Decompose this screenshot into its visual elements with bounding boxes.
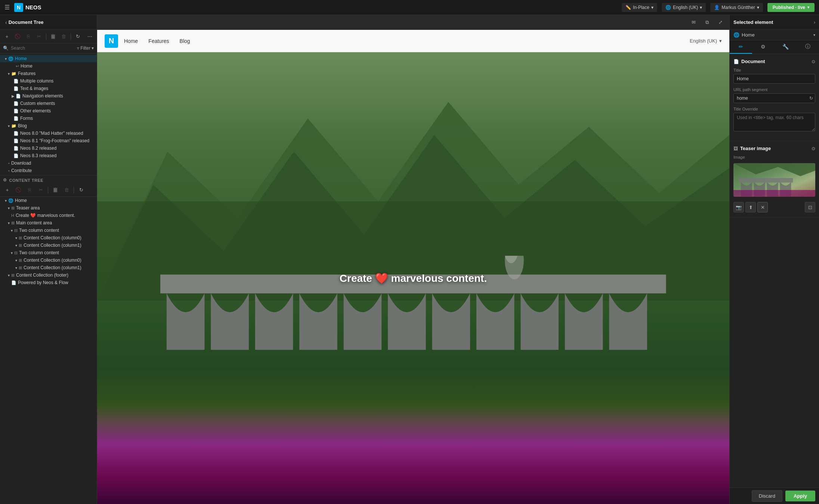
collapse-doc-tree-icon[interactable]: ‹ bbox=[5, 19, 7, 25]
title-field-input[interactable] bbox=[733, 74, 815, 84]
ct-item-create[interactable]: H Create ❤️ marvelous content. bbox=[0, 212, 97, 219]
ct-doc-icon: 📄 bbox=[11, 280, 16, 285]
more-options-button[interactable]: ⋯ bbox=[85, 32, 95, 41]
ct-toggle-col1-2[interactable]: ▾ bbox=[13, 266, 19, 270]
copy-node-button[interactable]: ⎘ bbox=[24, 32, 33, 41]
hide-node-button[interactable]: 🚫 bbox=[13, 32, 22, 41]
tree-item-home-child[interactable]: ↩ Home bbox=[0, 62, 97, 70]
reload-content-button[interactable]: ↻ bbox=[76, 185, 86, 195]
tree-item-other-label: Other elements bbox=[20, 108, 51, 113]
content-tree-header[interactable]: ⚙ Content Tree bbox=[0, 175, 97, 183]
reload-tree-button[interactable]: ↻ bbox=[73, 32, 83, 41]
tree-item-forms[interactable]: 📄 Forms bbox=[0, 115, 97, 122]
cut-node-button[interactable]: ✂ bbox=[34, 32, 44, 41]
hide-content-button[interactable]: 🚫 bbox=[13, 185, 23, 195]
tree-item-blog[interactable]: ▾ 📁 Blog bbox=[0, 122, 97, 130]
tree-item-contribute[interactable]: ▪ Contribute bbox=[0, 167, 97, 174]
tree-item-other-elements[interactable]: 📄 Other elements bbox=[0, 107, 97, 115]
ct-item-col0-2[interactable]: ▾ ⊞ Content Collection (column0) bbox=[0, 256, 97, 264]
cut-content-button[interactable]: ✂ bbox=[36, 185, 46, 195]
ct-toggle-col1-1[interactable]: ▾ bbox=[13, 243, 19, 248]
toggle-home[interactable]: ▾ bbox=[3, 57, 8, 61]
ct-toggle-twocol1[interactable]: ▾ bbox=[9, 228, 14, 233]
ct-toggle-teaser[interactable]: ▾ bbox=[6, 206, 11, 210]
upload-image-button[interactable]: 📷 bbox=[733, 202, 744, 212]
tab-settings[interactable]: ⚙ bbox=[752, 40, 775, 54]
envelope-icon[interactable]: ✉ bbox=[688, 17, 699, 28]
tab-config[interactable]: 🔧 bbox=[775, 40, 797, 54]
tab-info[interactable]: ⓘ bbox=[797, 40, 819, 54]
title-override-textarea[interactable] bbox=[733, 113, 815, 131]
add-content-button[interactable]: ＋ bbox=[2, 185, 12, 195]
home-selector[interactable]: 🌐 Home ▾ bbox=[730, 30, 819, 40]
toggle-nav[interactable]: ▶ bbox=[10, 94, 16, 98]
ct-item-footer[interactable]: ▾ ⊞ Content Collection (footer) bbox=[0, 271, 97, 279]
delete-content-button[interactable]: 🗑 bbox=[62, 185, 71, 195]
ct-toggle-home[interactable]: ▾ bbox=[3, 199, 8, 203]
title-override-field-group: Title Override bbox=[733, 107, 815, 133]
preview-nav-features[interactable]: Features bbox=[148, 38, 169, 44]
ct-toggle-footer[interactable]: ▾ bbox=[6, 273, 11, 277]
tree-item-blog-2[interactable]: 📄 Neos 8.1 "Frog-Footman" released bbox=[0, 137, 97, 144]
ct-item-col1-2[interactable]: ▾ ⊞ Content Collection (column1) bbox=[0, 264, 97, 271]
ct-item-main-label: Main content area bbox=[16, 220, 52, 225]
user-icon: 👤 bbox=[714, 5, 720, 10]
discard-button[interactable]: Discard bbox=[752, 490, 782, 502]
user-button[interactable]: 👤 Markus Güntther ▾ bbox=[710, 3, 763, 12]
tree-item-blog-1[interactable]: 📄 Neos 8.0 "Mad Hatter" released bbox=[0, 130, 97, 137]
tree-item-multiple-columns[interactable]: 📄 Multiple columns bbox=[0, 77, 97, 85]
published-live-button[interactable]: Published · live ▾ bbox=[767, 3, 815, 12]
crop-image-button[interactable]: ⊡ bbox=[805, 202, 815, 212]
remove-image-button[interactable]: ✕ bbox=[757, 202, 768, 212]
url-field-input[interactable] bbox=[733, 93, 815, 103]
menu-icon[interactable]: ☰ bbox=[4, 4, 10, 11]
external-link-icon[interactable]: ⧉ bbox=[702, 17, 712, 28]
copy-content-button[interactable]: ⎘ bbox=[25, 185, 34, 195]
paste-content-button[interactable]: 📋 bbox=[50, 185, 60, 195]
doc-icon-b4: 📄 bbox=[13, 153, 19, 158]
media-select-button[interactable]: ⬆ bbox=[745, 202, 756, 212]
ct-item-twocol1[interactable]: ▾ ⊟ Two column content bbox=[0, 227, 97, 234]
ct-item-teaser[interactable]: ▾ ⊞ Teaser area bbox=[0, 204, 97, 212]
search-input[interactable] bbox=[11, 46, 75, 51]
editing-mode-button[interactable]: ✏️ In-Place ▾ bbox=[622, 3, 657, 12]
right-panel-collapse[interactable]: › bbox=[814, 20, 815, 25]
ct-toggle-col0-1[interactable]: ▾ bbox=[13, 236, 19, 240]
toggle-features[interactable]: ▾ bbox=[6, 72, 11, 76]
ct-item-create-label: Create ❤️ marvelous content. bbox=[16, 213, 75, 218]
ct-item-home[interactable]: ▾ 🌐 Home bbox=[0, 197, 97, 204]
ct-item-col1-1[interactable]: ▾ ⊞ Content Collection (column1) bbox=[0, 242, 97, 249]
tree-item-download[interactable]: ▪ Download bbox=[0, 159, 97, 167]
tree-item-custom-elements[interactable]: 📄 Custom elements bbox=[0, 100, 97, 107]
content-toolbar-sep-1 bbox=[48, 187, 48, 193]
tree-item-features[interactable]: ▾ 📁 Features bbox=[0, 70, 97, 77]
ct-item-main[interactable]: ▾ ⊞ Main content area bbox=[0, 219, 97, 227]
filter-button[interactable]: ▿ Filter ▾ bbox=[77, 46, 94, 51]
toggle-blog[interactable]: ▾ bbox=[6, 124, 11, 128]
paste-node-button[interactable]: 📋 bbox=[49, 32, 58, 41]
teaser-section-collapse[interactable]: ⊙ bbox=[812, 146, 815, 151]
language-button[interactable]: 🌐 English (UK) ▾ bbox=[662, 3, 706, 12]
apply-button[interactable]: Apply bbox=[785, 491, 815, 501]
ct-toggle-col0-2[interactable]: ▾ bbox=[13, 258, 19, 262]
left-panel: ‹ Document Tree ＋ 🚫 ⎘ ✂ 📋 🗑 ↻ ⋯ 🔍 ▿ Filt… bbox=[0, 15, 97, 504]
preview-nav-home[interactable]: Home bbox=[124, 38, 138, 44]
tree-item-text-images[interactable]: 📄 Text & images bbox=[0, 85, 97, 92]
tab-edit[interactable]: ✏ bbox=[730, 40, 752, 54]
url-refresh-icon[interactable]: ↻ bbox=[809, 96, 813, 101]
ct-toggle-twocol2[interactable]: ▾ bbox=[9, 251, 14, 255]
delete-node-button[interactable]: 🗑 bbox=[59, 32, 68, 41]
tree-item-blog-3[interactable]: 📄 Neos 8.2 released bbox=[0, 144, 97, 152]
tree-item-home[interactable]: ▾ 🌐 Home bbox=[0, 55, 97, 62]
ct-item-twocol2[interactable]: ▾ ⊟ Two column content bbox=[0, 249, 97, 256]
document-section-collapse[interactable]: ⊙ bbox=[812, 59, 815, 64]
ct-toggle-main[interactable]: ▾ bbox=[6, 221, 11, 225]
ct-item-col1-2-label: Content Collection (column1) bbox=[24, 265, 81, 270]
fullscreen-icon[interactable]: ⤢ bbox=[715, 17, 726, 28]
tree-item-navigation-elements[interactable]: ▶ 📄 Navigation elements bbox=[0, 92, 97, 100]
tree-item-blog-4[interactable]: 📄 Neos 8.3 released bbox=[0, 152, 97, 159]
preview-nav-blog[interactable]: Blog bbox=[180, 38, 190, 44]
add-node-button[interactable]: ＋ bbox=[2, 32, 12, 41]
ct-item-powered[interactable]: 📄 Powered by Neos & Flow bbox=[0, 279, 97, 286]
ct-item-col0-1[interactable]: ▾ ⊞ Content Collection (column0) bbox=[0, 234, 97, 242]
